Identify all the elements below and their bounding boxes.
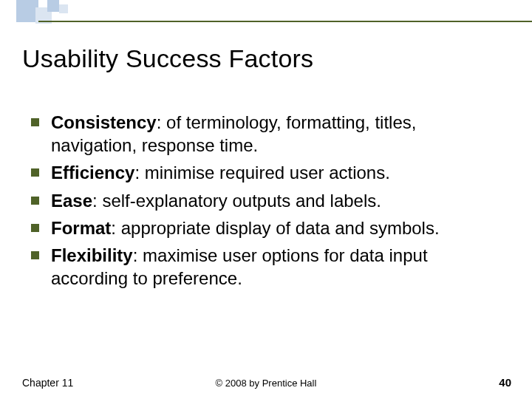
- list-item-text: Consistency: of terminology, formatting,…: [51, 111, 504, 157]
- square-bullet-icon: [31, 224, 39, 232]
- slide-title: Usability Success Factors: [22, 44, 313, 73]
- list-item: Consistency: of terminology, formatting,…: [31, 111, 504, 157]
- list-item: Format: appropriate display of data and …: [31, 216, 504, 239]
- decorative-header: [0, 0, 532, 24]
- list-item: Flexibility: maximise user options for d…: [31, 244, 504, 290]
- square-bullet-icon: [31, 197, 39, 205]
- slide-footer: Chapter 11 © 2008 by Prentice Hall 40: [0, 372, 532, 389]
- bullet-desc: : minimise required user actions.: [134, 163, 389, 183]
- square-bullet-icon: [31, 168, 39, 177]
- bullet-term: Consistency: [51, 112, 157, 132]
- bullet-term: Format: [51, 218, 111, 238]
- list-item-text: Flexibility: maximise user options for d…: [51, 244, 504, 290]
- list-item: Efficiency: minimise required user actio…: [31, 161, 504, 184]
- bullet-list: Consistency: of terminology, formatting,…: [31, 111, 504, 294]
- list-item-text: Ease: self-explanatory outputs and label…: [51, 189, 381, 212]
- bullet-term: Flexibility: [51, 245, 133, 265]
- list-item: Ease: self-explanatory outputs and label…: [31, 189, 504, 212]
- bullet-term: Efficiency: [51, 163, 134, 183]
- slide: Usability Success Factors Consistency: o…: [0, 0, 532, 399]
- footer-page-number: 40: [499, 376, 511, 389]
- footer-copyright: © 2008 by Prentice Hall: [0, 378, 532, 389]
- bullet-desc: : appropriate display of data and symbol…: [111, 218, 439, 238]
- list-item-text: Efficiency: minimise required user actio…: [51, 161, 390, 184]
- deco-square-icon: [47, 0, 59, 12]
- bullet-term: Ease: [51, 191, 92, 211]
- square-bullet-icon: [31, 251, 39, 259]
- deco-square-icon: [59, 4, 68, 13]
- square-bullet-icon: [31, 118, 39, 126]
- list-item-text: Format: appropriate display of data and …: [51, 216, 440, 239]
- bullet-desc: : self-explanatory outputs and labels.: [92, 191, 381, 211]
- deco-underline: [38, 21, 532, 22]
